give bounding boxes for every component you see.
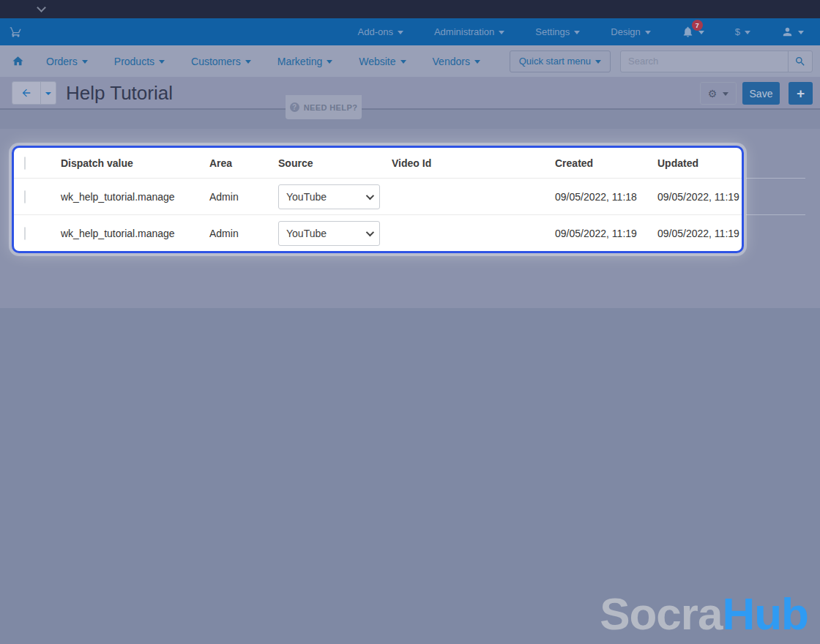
- caret-down-icon: [798, 31, 804, 34]
- user-icon: [781, 26, 794, 38]
- quick-start-menu-button[interactable]: Quick start menu: [510, 50, 611, 72]
- help-tutorial-table: Dispatch value Area Source Video Id Crea…: [12, 146, 744, 253]
- need-help-tab[interactable]: ? NEED HELP?: [286, 95, 362, 119]
- chevron-down-icon: [366, 228, 374, 236]
- notifications-menu[interactable]: 7: [682, 26, 704, 38]
- dimmed-row-separator: [746, 178, 805, 179]
- updated-cell: 09/05/2022, 11:19: [657, 228, 742, 239]
- menu-design[interactable]: Design: [611, 26, 650, 37]
- nav-orders-label: Orders: [46, 56, 78, 67]
- nav-orders[interactable]: Orders: [46, 56, 88, 67]
- caret-down-icon: [745, 31, 750, 34]
- chevron-down-icon: [366, 191, 374, 199]
- column-header-dispatch-value: Dispatch value: [61, 157, 209, 169]
- caret-down-icon: [400, 60, 406, 64]
- back-dropdown-button[interactable]: [41, 82, 56, 104]
- caret-down-icon: [574, 31, 580, 34]
- source-select[interactable]: YouTube: [278, 221, 380, 246]
- search-button[interactable]: [788, 51, 812, 72]
- search-group: [620, 50, 813, 72]
- dimmed-row-separator: [746, 214, 805, 215]
- created-cell: 09/05/2022, 11:19: [555, 228, 657, 239]
- nav-customers-label: Customers: [191, 56, 241, 67]
- notification-count-badge: 7: [692, 20, 703, 31]
- nav-vendors[interactable]: Vendors: [433, 56, 480, 67]
- menu-addons-label: Add-ons: [358, 26, 393, 37]
- watermark-blue-text: Hub: [722, 588, 808, 639]
- caret-down-icon: [723, 92, 728, 96]
- currency-menu[interactable]: $: [735, 26, 750, 37]
- menu-settings[interactable]: Settings: [535, 26, 580, 37]
- add-button[interactable]: +: [789, 82, 813, 105]
- table-row: wk_help_tutorial.manage Admin YouTube 09…: [14, 178, 742, 214]
- row-checkbox[interactable]: [24, 227, 26, 240]
- menu-administration-label: Administration: [434, 26, 494, 37]
- menu-design-label: Design: [611, 26, 640, 37]
- caret-down-icon: [45, 92, 51, 95]
- dispatch-value-cell: wk_help_tutorial.manage: [61, 228, 209, 239]
- caret-down-icon: [474, 60, 480, 64]
- page-title: Help Tutorial: [66, 82, 173, 105]
- content-panel-top: [0, 108, 820, 129]
- home-icon[interactable]: [12, 55, 24, 67]
- caret-down-icon: [645, 31, 651, 34]
- column-header-updated: Updated: [657, 157, 742, 169]
- source-select-value: YouTube: [286, 228, 327, 239]
- column-header-source: Source: [278, 157, 392, 169]
- arrow-left-icon: [20, 87, 32, 99]
- nav-products-label: Products: [114, 56, 154, 67]
- nav-customers[interactable]: Customers: [191, 56, 251, 67]
- back-button-group: [12, 81, 56, 105]
- question-circle-icon: ?: [290, 102, 299, 112]
- updated-cell: 09/05/2022, 11:19: [657, 191, 742, 203]
- caret-down-icon: [159, 60, 165, 64]
- gear-button[interactable]: ⚙: [700, 82, 737, 105]
- gear-icon: ⚙: [708, 88, 718, 100]
- save-button[interactable]: Save: [742, 82, 780, 105]
- source-select-value: YouTube: [286, 191, 327, 203]
- menu-settings-label: Settings: [535, 26, 570, 37]
- created-cell: 09/05/2022, 11:18: [555, 191, 657, 203]
- caret-down-icon: [327, 60, 332, 64]
- row-checkbox[interactable]: [24, 190, 26, 203]
- search-input[interactable]: [621, 51, 788, 72]
- need-help-label: NEED HELP?: [304, 103, 358, 112]
- caret-down-icon: [398, 31, 403, 34]
- caret-down-icon: [82, 60, 88, 64]
- search-icon: [794, 56, 806, 67]
- nav-products[interactable]: Products: [114, 56, 165, 67]
- caret-down-icon: [595, 60, 601, 64]
- caret-down-icon: [499, 31, 504, 34]
- watermark-gray-text: Socra: [600, 588, 722, 639]
- nav-vendors-label: Vendors: [433, 56, 470, 67]
- caret-down-icon: [698, 31, 704, 34]
- nav-marketing[interactable]: Marketing: [277, 56, 332, 67]
- watermark: SocraHub: [600, 588, 808, 640]
- dispatch-value-cell: wk_help_tutorial.manage: [61, 191, 209, 203]
- menu-addons[interactable]: Add-ons: [358, 26, 403, 37]
- column-header-created: Created: [555, 157, 657, 169]
- source-select[interactable]: YouTube: [278, 184, 380, 209]
- menu-administration[interactable]: Administration: [434, 26, 504, 37]
- back-button[interactable]: [12, 82, 41, 104]
- collapse-bar: [0, 0, 820, 18]
- select-all-checkbox[interactable]: [24, 157, 26, 170]
- column-header-video-id: Video Id: [392, 157, 555, 169]
- area-cell: Admin: [209, 191, 278, 203]
- caret-down-icon: [245, 60, 251, 64]
- column-header-area: Area: [209, 157, 278, 169]
- admin-top-bar: Add-ons Administration Settings Design 7: [0, 18, 820, 45]
- nav-website-label: Website: [359, 56, 395, 67]
- nav-website[interactable]: Website: [359, 56, 406, 67]
- table-row: wk_help_tutorial.manage Admin YouTube 09…: [14, 214, 742, 251]
- chevron-down-icon[interactable]: [37, 3, 46, 12]
- user-account-menu[interactable]: [781, 26, 804, 38]
- table-header-row: Dispatch value Area Source Video Id Crea…: [14, 148, 742, 178]
- nav-marketing-label: Marketing: [277, 56, 322, 67]
- quick-start-menu-label: Quick start menu: [519, 56, 591, 67]
- area-cell: Admin: [209, 228, 278, 239]
- currency-label: $: [735, 26, 740, 37]
- storefront-cart-icon[interactable]: [10, 26, 22, 38]
- screen: Add-ons Administration Settings Design 7: [0, 0, 820, 644]
- main-nav-bar: Orders Products Customers Marketing Webs…: [0, 45, 820, 77]
